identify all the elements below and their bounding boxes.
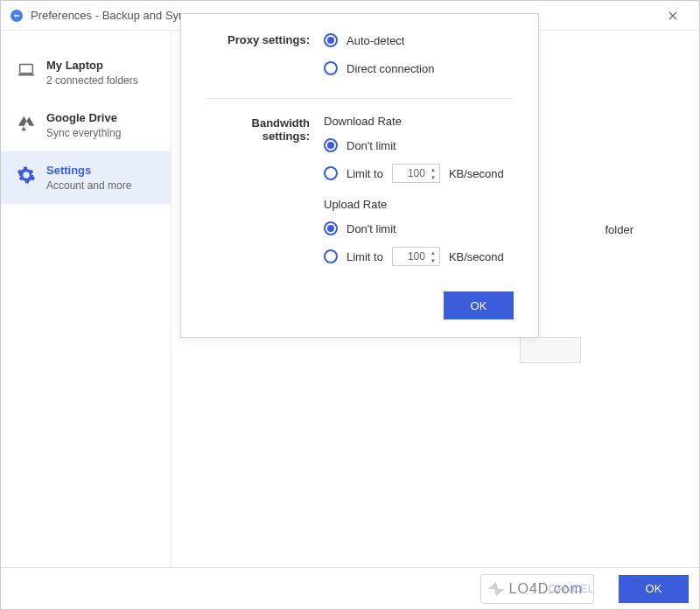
radio-label: Don't limit [346,139,396,152]
svg-rect-1 [20,65,33,74]
laptop-icon [17,60,36,80]
upload-rate-heading: Upload Rate [324,198,514,211]
sidebar-item-my-laptop[interactable]: My Laptop 2 connected folders [1,46,171,99]
ok-button[interactable]: OK [619,575,689,603]
sidebar-item-subtitle: Account and more [46,179,131,192]
sidebar-item-subtitle: 2 connected folders [46,74,138,87]
upload-rate-input[interactable]: 100 ▲ ▼ [392,247,440,266]
radio-label: Auto-detect [346,34,405,47]
divider [206,98,514,99]
radio-upload-limit-to[interactable]: Limit to 100 ▲ ▼ KB/second [324,248,514,265]
bandwidth-settings-label: Bandwidth settings: [206,115,324,276]
proxy-settings-label: Proxy settings: [206,32,324,88]
radio-icon [324,138,338,152]
spinner-down-icon[interactable]: ▼ [428,256,438,264]
sidebar-item-label: Settings [46,164,131,177]
radio-icon [324,221,338,235]
background-button[interactable] [520,337,581,363]
download-rate-input[interactable]: 100 ▲ ▼ [392,164,440,183]
sidebar-item-subtitle: Sync everything [46,127,121,139]
radio-icon [324,249,338,263]
sidebar-item-label: Google Drive [46,111,121,124]
radio-label: Direct connection [346,62,434,75]
drive-icon [17,113,36,132]
radio-icon [324,33,338,47]
radio-download-limit-to[interactable]: Limit to 100 ▲ ▼ KB/second [324,165,514,182]
radio-label: Limit to [346,167,383,180]
sidebar: My Laptop 2 connected folders Google Dri… [1,31,172,567]
app-icon [10,9,24,23]
sidebar-item-google-drive[interactable]: Google Drive Sync everything [1,99,171,151]
sidebar-item-settings[interactable]: Settings Account and more [1,151,171,204]
radio-download-dont-limit[interactable]: Don't limit [324,137,514,154]
spinner-down-icon[interactable]: ▼ [428,173,438,181]
dialog-ok-button[interactable]: OK [444,291,514,319]
unit-label: KB/second [449,167,504,180]
cancel-button[interactable]: CANCEL [530,575,612,603]
spinner-up-icon[interactable]: ▲ [428,249,438,256]
radio-icon [324,61,338,75]
radio-upload-dont-limit[interactable]: Don't limit [324,220,514,237]
download-rate-heading: Download Rate [324,115,514,128]
radio-label: Don't limit [346,222,396,235]
network-settings-dialog: Proxy settings: Auto-detect Direct conne… [180,13,539,338]
radio-label: Limit to [346,250,383,263]
gear-icon [17,165,36,185]
svg-rect-2 [18,74,34,76]
radio-auto-detect[interactable]: Auto-detect [324,32,514,49]
radio-icon [324,166,338,180]
radio-direct-connection[interactable]: Direct connection [324,60,514,77]
close-button[interactable] [655,1,690,31]
unit-label: KB/second [449,250,504,263]
footer-bar: CANCEL OK [1,567,699,609]
background-folder-text: folder [605,223,634,236]
sidebar-item-label: My Laptop [46,59,138,72]
spinner-up-icon[interactable]: ▲ [428,165,438,173]
